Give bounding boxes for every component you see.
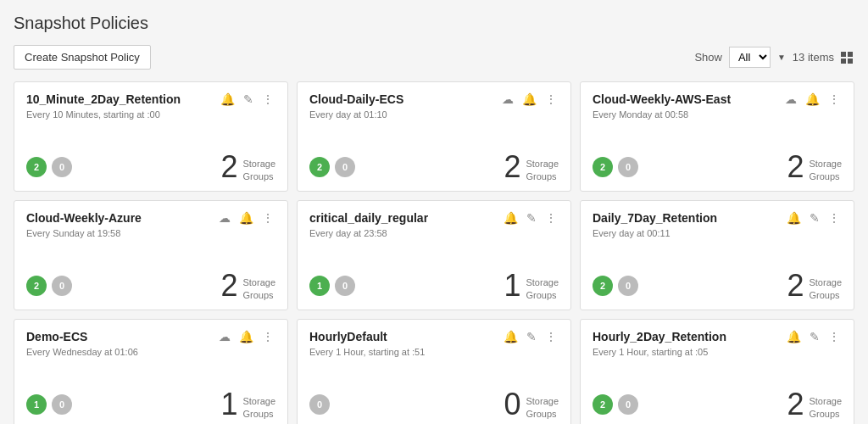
storage-count-number: 2 — [787, 152, 804, 182]
badge-inactive: 0 — [618, 157, 638, 177]
card-footer: 202StorageGroups — [593, 152, 842, 182]
card-header: Cloud-Daily-ECS☁🔔⋮ — [309, 92, 559, 106]
edit-pencil-icon[interactable]: ✎ — [808, 330, 821, 343]
cloud-icon[interactable]: ☁ — [217, 211, 232, 225]
card-action-icons: ☁🔔⋮ — [783, 92, 842, 106]
toolbar-right: Show All ▼ 13 items — [694, 47, 854, 68]
more-options-icon[interactable]: ⋮ — [260, 211, 275, 225]
more-options-icon[interactable]: ⋮ — [260, 330, 275, 343]
storage-count-number: 1 — [504, 271, 520, 301]
storage-group-count: 1StorageGroups — [220, 389, 275, 420]
policy-card: 10_Minute_2Day_Retention🔔✎⋮Every 10 Minu… — [14, 81, 288, 192]
bell-icon[interactable]: 🔔 — [804, 92, 821, 106]
edit-pencil-icon[interactable]: ✎ — [525, 211, 538, 225]
grid-view-icon[interactable] — [841, 52, 854, 64]
badge-active: 1 — [309, 276, 330, 296]
card-title: Demo-ECS — [26, 330, 212, 343]
card-action-icons: 🔔✎⋮ — [502, 330, 559, 343]
edit-pencil-icon[interactable]: ✎ — [808, 211, 821, 225]
more-options-icon[interactable]: ⋮ — [826, 92, 842, 106]
card-title: Daily_7Day_Retention — [593, 211, 780, 225]
storage-groups-label: StorageGroups — [809, 395, 842, 420]
storage-group-count: 2StorageGroups — [504, 152, 559, 182]
card-header: Cloud-Weekly-AWS-East☁🔔⋮ — [593, 92, 842, 106]
storage-count-number: 1 — [220, 389, 237, 420]
more-options-icon[interactable]: ⋮ — [543, 330, 559, 343]
show-select[interactable]: All — [729, 47, 771, 68]
badge-inactive: 0 — [52, 157, 72, 177]
card-badges: 20 — [593, 394, 638, 415]
storage-count-number: 2 — [787, 271, 804, 301]
card-header: Cloud-Weekly-Azure☁🔔⋮ — [26, 211, 275, 225]
card-badges: 20 — [593, 157, 638, 177]
bell-icon[interactable]: 🔔 — [502, 211, 520, 225]
policy-card: Daily_7Day_Retention🔔✎⋮Every day at 00:1… — [580, 200, 854, 310]
page-title: Snapshot Policies — [14, 14, 854, 33]
storage-groups-label: StorageGroups — [242, 276, 275, 301]
storage-group-count: 2StorageGroups — [787, 152, 842, 182]
bell-icon[interactable]: 🔔 — [785, 211, 803, 225]
badge-active: 1 — [26, 394, 47, 415]
policy-card: critical_daily_regular🔔✎⋮Every day at 23… — [297, 200, 571, 310]
more-options-icon[interactable]: ⋮ — [826, 330, 842, 343]
card-subtitle: Every day at 23:58 — [309, 228, 559, 238]
policy-card: HourlyDefault🔔✎⋮Every 1 Hour, starting a… — [297, 319, 571, 424]
more-options-icon[interactable]: ⋮ — [260, 92, 275, 106]
card-header: critical_daily_regular🔔✎⋮ — [309, 211, 559, 225]
card-header: HourlyDefault🔔✎⋮ — [309, 330, 559, 343]
more-options-icon[interactable]: ⋮ — [543, 92, 559, 106]
storage-count-number: 2 — [504, 152, 520, 182]
badge-active: 0 — [309, 394, 330, 415]
card-badges: 20 — [26, 157, 72, 177]
card-footer: 202StorageGroups — [593, 389, 842, 420]
card-badges: 10 — [26, 394, 72, 415]
more-options-icon[interactable]: ⋮ — [826, 211, 842, 225]
card-header: Hourly_2Day_Retention🔔✎⋮ — [593, 330, 842, 343]
storage-groups-label: StorageGroups — [809, 158, 842, 182]
storage-group-count: 2StorageGroups — [787, 271, 842, 301]
card-subtitle: Every Sunday at 19:58 — [26, 228, 275, 238]
card-subtitle: Every day at 00:11 — [593, 228, 842, 238]
items-count: 13 items — [793, 51, 834, 64]
card-action-icons: 🔔✎⋮ — [785, 330, 842, 343]
edit-pencil-icon[interactable]: ✎ — [525, 330, 538, 343]
card-action-icons: 🔔✎⋮ — [502, 211, 559, 225]
bell-icon[interactable]: 🔔 — [237, 211, 255, 225]
policy-card: Hourly_2Day_Retention🔔✎⋮Every 1 Hour, st… — [580, 319, 854, 424]
edit-pencil-icon[interactable]: ✎ — [242, 92, 255, 106]
more-options-icon[interactable]: ⋮ — [543, 211, 559, 225]
card-header: Daily_7Day_Retention🔔✎⋮ — [593, 211, 842, 225]
bell-icon[interactable]: 🔔 — [502, 330, 520, 343]
cloud-icon[interactable]: ☁ — [217, 330, 232, 343]
bell-icon[interactable]: 🔔 — [520, 92, 538, 106]
card-title: critical_daily_regular — [309, 211, 497, 225]
card-subtitle: Every day at 01:10 — [309, 109, 559, 120]
storage-count-number: 2 — [787, 389, 804, 420]
bell-icon[interactable]: 🔔 — [219, 92, 236, 106]
card-subtitle: Every Monday at 00:58 — [593, 109, 842, 120]
card-title: Hourly_2Day_Retention — [593, 330, 780, 343]
create-snapshot-policy-button[interactable]: Create Snapshot Policy — [14, 45, 151, 70]
storage-groups-label: StorageGroups — [526, 395, 559, 420]
card-footer: 00StorageGroups — [309, 389, 559, 420]
cloud-icon[interactable]: ☁ — [783, 92, 798, 106]
policy-card: Cloud-Weekly-Azure☁🔔⋮Every Sunday at 19:… — [14, 200, 288, 310]
storage-group-count: 0StorageGroups — [504, 389, 559, 420]
card-badges: 0 — [309, 394, 330, 415]
show-label: Show — [694, 51, 722, 64]
storage-group-count: 2StorageGroups — [220, 271, 275, 301]
badge-inactive: 0 — [335, 157, 355, 177]
policy-card: Cloud-Daily-ECS☁🔔⋮Every day at 01:10202S… — [297, 81, 571, 192]
card-title: Cloud-Weekly-AWS-East — [593, 92, 778, 106]
dropdown-arrow-icon: ▼ — [777, 53, 786, 62]
bell-icon[interactable]: 🔔 — [785, 330, 803, 343]
cloud-icon[interactable]: ☁ — [500, 92, 515, 106]
card-badges: 10 — [309, 276, 355, 296]
badge-active: 2 — [593, 157, 613, 177]
badge-inactive: 0 — [618, 276, 638, 296]
card-subtitle: Every Wednesday at 01:06 — [26, 347, 275, 357]
policy-card: Cloud-Weekly-AWS-East☁🔔⋮Every Monday at … — [580, 81, 854, 192]
badge-inactive: 0 — [52, 394, 72, 415]
storage-count-number: 0 — [504, 389, 520, 420]
bell-icon[interactable]: 🔔 — [237, 330, 255, 343]
